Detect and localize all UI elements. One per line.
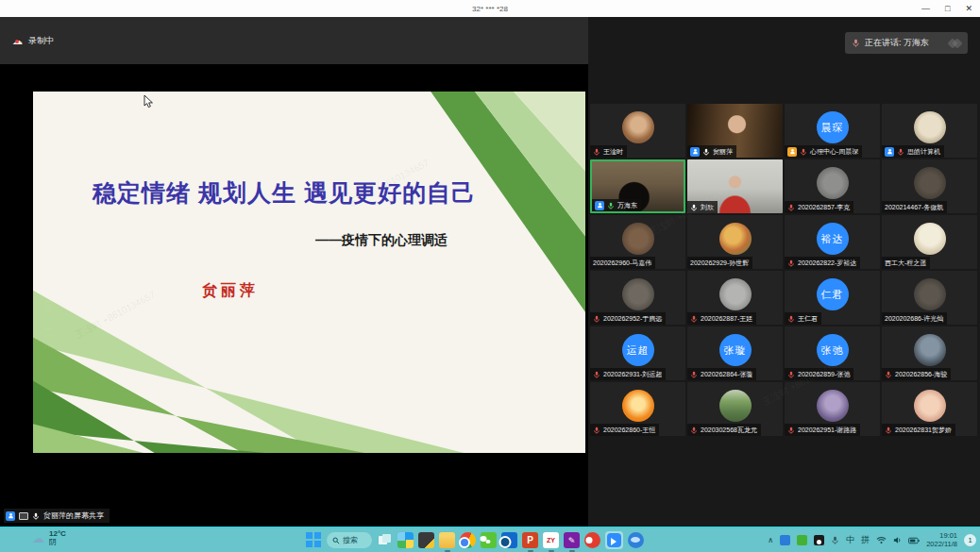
cloud-recording-icon: ☁ <box>12 36 23 46</box>
file-explorer-icon[interactable] <box>439 532 455 548</box>
participant-tile[interactable]: 2020262952-于腾远 <box>590 271 685 325</box>
role-badge-icon <box>690 147 700 157</box>
mic-muted-icon <box>885 427 892 434</box>
participant-namebar: 2020302568瓦龙元 <box>687 424 761 436</box>
participant-avatar <box>914 390 946 422</box>
tray-blue-app-icon[interactable] <box>780 535 790 545</box>
music-app-icon[interactable] <box>584 532 600 548</box>
powerpoint-icon[interactable]: P <box>522 532 538 548</box>
participant-namebar: 2020262856-海骏 <box>882 368 951 380</box>
participant-tile[interactable]: 万海东 <box>590 159 685 213</box>
weather-condition: 阴 <box>49 539 66 547</box>
volume-icon[interactable] <box>893 536 902 544</box>
participant-name: 2020262929-孙世辉 <box>690 259 749 268</box>
weather-widget[interactable]: ☁ 12°C 阴 <box>32 530 66 547</box>
wifi-icon[interactable] <box>876 536 887 544</box>
participant-tile[interactable]: 2020262960-马嘉伟 <box>590 215 685 269</box>
tray-mic-icon[interactable] <box>831 536 839 544</box>
mic-muted-icon <box>787 259 795 267</box>
participant-tile[interactable]: 2020262887-王廷 <box>687 271 783 325</box>
participant-tile[interactable]: 刘欣 <box>687 159 783 213</box>
participant-avatar <box>622 278 654 310</box>
participant-tile[interactable]: 2020214467-务微凯 <box>882 159 977 213</box>
mic-muted-icon <box>787 371 795 378</box>
participant-tile[interactable]: 2020262856-海骏 <box>882 326 977 380</box>
participant-namebar: 2020214467-务微凯 <box>882 201 947 213</box>
participant-namebar: 2020262960-马嘉伟 <box>590 257 655 269</box>
tray-green-app-icon[interactable] <box>797 535 807 545</box>
tray-chevron-icon[interactable]: ∧ <box>768 536 773 544</box>
stocks-app-icon[interactable] <box>418 532 434 548</box>
participant-name: 2020262860-王恒 <box>603 426 655 435</box>
participant-tile[interactable]: 2020262929-孙世辉 <box>687 215 783 269</box>
outlook-icon[interactable] <box>501 532 517 548</box>
participant-avatar <box>817 167 849 199</box>
participant-tile[interactable]: 2020262857-李克 <box>785 159 880 213</box>
clock[interactable]: 19:01 2022/11/8 <box>926 532 957 548</box>
mic-muted-icon <box>787 427 795 434</box>
taskbar-search[interactable]: 搜索 <box>327 532 372 548</box>
ime-layout-indicator[interactable]: 拼 <box>861 534 870 546</box>
participant-name: 2020262859-张弛 <box>798 370 850 379</box>
participant-name: 2020262857-李克 <box>798 203 850 212</box>
meeting-app-icon[interactable] <box>607 533 621 547</box>
participant-tile[interactable]: 张弛2020262859-张弛 <box>785 326 880 380</box>
participant-avatar: 仁君 <box>817 278 849 310</box>
chrome-icon[interactable] <box>460 532 476 548</box>
participant-avatar: 晨琛 <box>817 111 849 143</box>
browser-app-icon[interactable] <box>628 532 644 548</box>
notification-badge[interactable]: 1 <box>964 534 976 546</box>
maximize-button[interactable]: □ <box>945 5 950 13</box>
participant-name: 2020262856-海骏 <box>895 370 947 379</box>
participant-name: 2020262831贺梦娇 <box>895 426 952 435</box>
battery-icon[interactable] <box>908 537 920 544</box>
role-badge-icon <box>787 147 797 157</box>
slide-subtitle: ——疫情下的心理调适 <box>315 232 448 249</box>
participant-namebar: 思皓计算机 <box>882 145 944 158</box>
participant-avatar: 张璇 <box>719 334 752 366</box>
qq-tray-icon[interactable] <box>814 535 824 545</box>
participant-tile[interactable]: 2020262831贺梦娇 <box>882 382 977 436</box>
ime-mode-indicator[interactable]: 中 <box>846 534 854 546</box>
participant-name: 2020302568瓦龙元 <box>701 426 757 435</box>
participant-name: 王仁君 <box>798 314 818 324</box>
speaking-indicator: 正在讲话: 万海东 <box>845 32 968 54</box>
participant-avatar <box>914 111 946 143</box>
window-title: 32* *** *28 <box>472 5 508 13</box>
participant-name: 2020262887-王廷 <box>701 314 752 324</box>
participant-name: 2020262864-张璇 <box>701 370 752 379</box>
recording-indicator[interactable]: ☁ 录制中 <box>12 35 54 47</box>
participant-name: 西工大-程之遥 <box>885 259 926 268</box>
participant-tile[interactable]: 2020262951-谢路路 <box>785 382 880 436</box>
participant-namebar: 2020262822-罗裕达 <box>785 257 860 269</box>
wechat-icon[interactable] <box>481 532 497 548</box>
participant-tile[interactable]: 运超2020262931-刘运超 <box>590 326 685 380</box>
mic-muted-icon <box>593 371 600 378</box>
participant-tile[interactable]: 裕达2020262822-罗裕达 <box>785 215 880 269</box>
participant-tile[interactable]: 西工大-程之遥 <box>882 215 977 269</box>
participant-tile[interactable]: 2020262860-王恒 <box>590 382 685 436</box>
participant-avatar <box>622 223 654 255</box>
participant-tile[interactable]: 2020202686-许光灿 <box>882 271 977 325</box>
participant-namebar: 2020262931-刘运超 <box>590 368 666 380</box>
close-button[interactable]: ✕ <box>965 5 972 13</box>
widgets-icon[interactable] <box>397 532 414 548</box>
whiteboard-app-icon[interactable]: ✎ <box>564 532 580 548</box>
participant-avatar <box>622 390 654 422</box>
participant-tile[interactable]: 2020302568瓦龙元 <box>687 382 783 436</box>
minimize-button[interactable]: — <box>921 5 930 13</box>
task-view-icon[interactable] <box>377 532 393 548</box>
mic-muted-icon <box>690 427 698 434</box>
participant-tile[interactable]: 王淦时 <box>590 104 685 158</box>
zy-app-icon[interactable]: ZY <box>543 532 559 548</box>
participant-avatar: 裕达 <box>817 223 849 255</box>
participant-tile[interactable]: 晨琛心理中心-周晨琛 <box>785 104 880 158</box>
mic-on-icon <box>702 148 710 156</box>
participant-namebar: 2020202686-许光灿 <box>882 312 947 325</box>
participant-tile[interactable]: 贠丽萍 <box>687 104 783 158</box>
participant-namebar: 贠丽萍 <box>687 145 736 158</box>
windows-start-button[interactable] <box>306 532 322 548</box>
participant-tile[interactable]: 思皓计算机 <box>882 104 977 158</box>
participant-tile[interactable]: 张璇2020262864-张璇 <box>687 326 783 380</box>
participant-tile[interactable]: 仁君王仁君 <box>785 271 880 325</box>
